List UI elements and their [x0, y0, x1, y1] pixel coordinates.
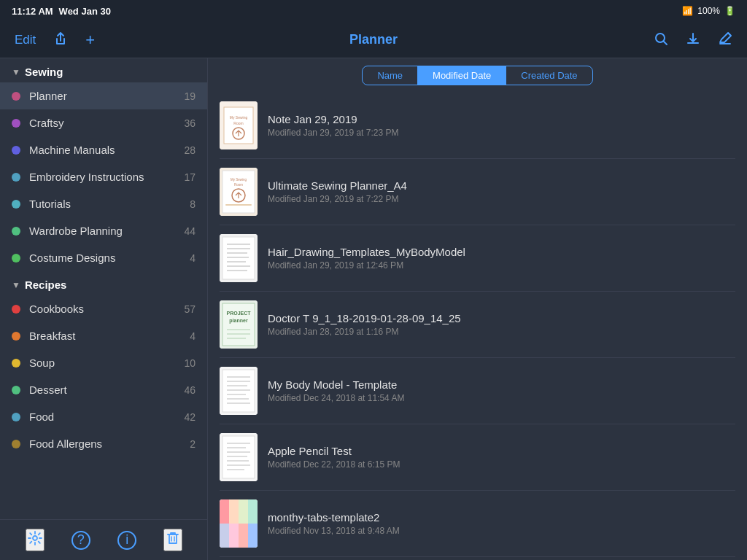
help-button[interactable]: ? — [71, 531, 90, 550]
doc-item-body-model[interactable]: My Body Model - Template Modified Dec 24… — [220, 358, 735, 424]
doc-info-3: Hair_Drawing_Templates_MyBodyModel Modif… — [268, 246, 735, 271]
doc-item-hair-drawing[interactable]: Hair_Drawing_Templates_MyBodyModel Modif… — [220, 225, 735, 292]
sidebar-item-wardrobe[interactable]: Wardrobe Planning 44 — [0, 217, 207, 244]
recipes-section-header[interactable]: ▼ Recipes — [0, 271, 207, 295]
svg-rect-42 — [222, 436, 255, 478]
sidebar-item-cookbooks[interactable]: Cookbooks 57 — [0, 295, 207, 322]
thumb-svg-6 — [220, 433, 258, 481]
svg-text:planner: planner — [229, 318, 248, 324]
svg-text:Room: Room — [234, 183, 243, 187]
sidebar-item-soup[interactable]: Soup 10 — [0, 349, 207, 376]
food-count: 42 — [184, 411, 196, 423]
share-button[interactable] — [50, 28, 71, 51]
svg-rect-11 — [222, 171, 255, 213]
planner-label: Planner — [29, 90, 184, 102]
doc-thumb-3 — [220, 234, 258, 282]
sidebar-item-food[interactable]: Food 42 — [0, 403, 207, 430]
tutorials-dot — [12, 200, 20, 209]
doc-item-doctor-t[interactable]: PROJECT planner Doctor T 9_1_18-2019-01-… — [220, 292, 735, 358]
doc-item-monthly-tabs[interactable]: monthy-tabs-template2 Modified Nov 13, 2… — [220, 491, 735, 557]
doc-date-3: Modified Jan 29, 2019 at 12:46 PM — [268, 260, 735, 271]
main-content: ▼ Sewing Planner 19 Craftsy 36 Machine M… — [0, 58, 747, 560]
add-button[interactable]: + — [82, 28, 98, 52]
embroidery-count: 17 — [184, 171, 196, 183]
food-dot — [12, 413, 20, 421]
doc-title-6: Apple Pencil Test — [268, 445, 735, 457]
download-button[interactable] — [683, 28, 703, 51]
status-left: 11:12 AM Wed Jan 30 — [12, 6, 111, 17]
doc-info-1: Note Jan 29, 2019 Modified Jan 29, 2019 … — [268, 113, 735, 138]
svg-text:Room: Room — [233, 121, 243, 125]
machine-manuals-dot — [12, 146, 20, 155]
settings-button[interactable] — [26, 529, 44, 551]
thumb-svg-7 — [220, 499, 258, 548]
doc-thumb-4: PROJECT planner — [220, 300, 258, 349]
sort-tab-created[interactable]: Created Date — [506, 66, 592, 85]
document-list: My Sewing Room Note Jan 29, 2019 Modifie… — [208, 93, 747, 560]
doc-thumb-1: My Sewing Room — [220, 101, 258, 149]
doc-title-7: monthy-tabs-template2 — [268, 511, 735, 524]
soup-label: Soup — [29, 357, 184, 369]
sort-tab-modified[interactable]: Modified Date — [418, 66, 506, 85]
sidebar-item-costume[interactable]: Costume Designs 4 — [0, 244, 207, 271]
toolbar-left: Edit + — [12, 28, 374, 52]
machine-manuals-count: 28 — [184, 144, 196, 156]
sidebar-item-tutorials[interactable]: Tutorials 8 — [0, 190, 207, 217]
costume-count: 4 — [190, 252, 196, 264]
svg-rect-55 — [220, 524, 229, 548]
toolbar-title: Planner — [349, 32, 398, 47]
wardrobe-label: Wardrobe Planning — [29, 225, 184, 237]
tutorials-label: Tutorials — [29, 198, 190, 210]
compose-icon — [718, 31, 732, 46]
trash-icon — [165, 530, 181, 546]
soup-count: 10 — [184, 357, 196, 369]
download-icon — [686, 31, 700, 46]
doc-thumb-7 — [220, 499, 258, 548]
sidebar-item-breakfast[interactable]: Breakfast 4 — [0, 322, 207, 349]
trash-button[interactable] — [163, 529, 182, 551]
svg-rect-6 — [224, 107, 253, 144]
sidebar-item-craftsy[interactable]: Craftsy 36 — [0, 109, 207, 136]
doc-info-5: My Body Model - Template Modified Dec 24… — [268, 378, 735, 403]
thumb-svg-4: PROJECT planner — [220, 300, 258, 349]
sort-bar: Name Modified Date Created Date — [208, 58, 747, 93]
sewing-section-header[interactable]: ▼ Sewing — [0, 58, 207, 82]
tutorials-count: 8 — [190, 198, 196, 210]
doc-thumb-5 — [220, 367, 258, 415]
edit-button[interactable]: Edit — [12, 30, 39, 50]
svg-rect-56 — [229, 524, 239, 548]
time: 11:12 AM — [12, 6, 53, 17]
sort-tab-name[interactable]: Name — [363, 66, 418, 85]
doc-item-apple-pencil[interactable]: Apple Pencil Test Modified Dec 22, 2018 … — [220, 424, 735, 491]
search-button[interactable] — [651, 28, 671, 51]
svg-rect-57 — [239, 524, 248, 548]
svg-rect-53 — [239, 499, 248, 524]
planner-count: 19 — [184, 90, 196, 102]
doc-info-2: Ultimate Sewing Planner_A4 Modified Jan … — [268, 179, 735, 204]
content-area: Name Modified Date Created Date My Sewin… — [208, 58, 747, 560]
wardrobe-count: 44 — [184, 225, 196, 237]
sidebar-item-planner[interactable]: Planner 19 — [0, 82, 207, 109]
doc-item-note-jan29[interactable]: My Sewing Room Note Jan 29, 2019 Modifie… — [220, 93, 735, 159]
sidebar-item-food-allergens[interactable]: Food Allergens 2 — [0, 430, 207, 457]
doc-title-2: Ultimate Sewing Planner_A4 — [268, 179, 735, 192]
breakfast-label: Breakfast — [29, 330, 190, 342]
doc-info-6: Apple Pencil Test Modified Dec 22, 2018 … — [268, 445, 735, 470]
sidebar-item-machine-manuals[interactable]: Machine Manuals 28 — [0, 136, 207, 163]
info-button[interactable]: i — [117, 531, 136, 550]
sidebar-item-embroidery[interactable]: Embroidery Instructions 17 — [0, 163, 207, 190]
chevron-down-icon-2: ▼ — [12, 280, 20, 290]
compose-button[interactable] — [715, 28, 735, 51]
doc-date-5: Modified Dec 24, 2018 at 11:54 AM — [268, 393, 735, 403]
doc-title-3: Hair_Drawing_Templates_MyBodyModel — [268, 246, 735, 258]
food-label: Food — [29, 411, 184, 423]
doc-info-4: Doctor T 9_1_18-2019-01-28-09_14_25 Modi… — [268, 312, 735, 337]
sidebar-item-dessert[interactable]: Dessert 46 — [0, 376, 207, 403]
doc-item-planner-a4[interactable]: My Sewing Room Ultimate Sewing Planner_A… — [220, 159, 735, 225]
sidebar-scroll: ▼ Sewing Planner 19 Craftsy 36 Machine M… — [0, 58, 207, 516]
search-icon — [654, 31, 668, 46]
doc-thumb-2: My Sewing Room — [220, 168, 258, 216]
doc-item-planner-a5[interactable]: My Sewing Room Ultimate Sewing Planner_A… — [220, 557, 735, 560]
toolbar-right — [374, 28, 735, 51]
doc-date-6: Modified Dec 22, 2018 at 6:15 PM — [268, 459, 735, 470]
